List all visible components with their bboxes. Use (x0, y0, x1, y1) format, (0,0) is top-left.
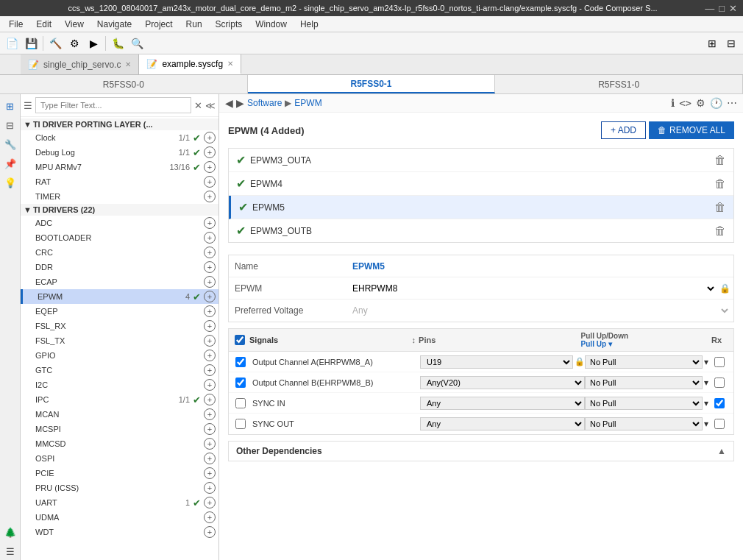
tree-item-epwm[interactable]: EPWM 4 ✔ + (21, 289, 218, 304)
tab-single-chip-servo[interactable]: 📝 single_chip_servo.c ✕ (21, 54, 139, 74)
tree-item-timer[interactable]: TIMER + (21, 189, 218, 204)
menu-project[interactable]: Project (139, 18, 178, 31)
instance-epwm3outb[interactable]: ✔ EPWM3_OUTB 🗑 (229, 219, 733, 242)
tree-item-pcie[interactable]: PCIE + (21, 466, 218, 481)
item-add-ddr[interactable]: + (204, 261, 216, 273)
tree-item-crc[interactable]: CRC + (21, 245, 218, 260)
perspective-button[interactable]: ⊞ (703, 35, 721, 52)
sidebar-icon-home[interactable]: ⊞ (1, 97, 19, 115)
sidebar-icon-pin[interactable]: 📌 (1, 155, 19, 172)
signal-pin-select-syncin[interactable]: Any (420, 397, 585, 410)
maximize-button[interactable]: □ (719, 3, 725, 14)
signal-checkbox-syncin[interactable] (235, 398, 246, 408)
tree-item-mcan[interactable]: MCAN + (21, 407, 218, 422)
remove-all-button[interactable]: 🗑 REMOVE ALL (649, 121, 734, 139)
form-select-voltage[interactable]: Any (349, 305, 730, 316)
tree-item-eqep[interactable]: EQEP + (21, 304, 218, 319)
item-add-ospi[interactable]: + (204, 453, 216, 464)
item-add-i2c[interactable]: + (204, 379, 216, 391)
history-icon[interactable]: 🕐 (710, 97, 722, 109)
info-icon[interactable]: ℹ (671, 97, 675, 109)
menu-view[interactable]: View (59, 18, 90, 31)
item-add-epwm[interactable]: + (204, 291, 216, 302)
instance-delete-epwm5[interactable]: 🗑 (714, 201, 726, 214)
tree-item-adc[interactable]: ADC + (21, 216, 218, 230)
item-add-mpu[interactable]: + (204, 161, 216, 173)
build-button[interactable]: 🔨 (46, 35, 64, 52)
sidebar-icon-tree[interactable]: 🌲 (1, 523, 19, 541)
item-add-debuglog[interactable]: + (204, 146, 216, 158)
instance-delete-epwm3outb[interactable]: 🗑 (714, 224, 726, 238)
signal-pull-select-syncin[interactable]: No Pull (585, 397, 703, 410)
add-button[interactable]: + ADD (601, 121, 646, 139)
tree-item-ipc[interactable]: IPC 1/1 ✔ + (21, 392, 218, 407)
item-add-ipc[interactable]: + (204, 394, 216, 405)
collapse-other-dep-icon[interactable]: ▲ (717, 446, 726, 456)
form-select-epwm[interactable]: EHRPWM8 (349, 283, 717, 294)
filter-clear-icon[interactable]: ✕ (194, 100, 202, 111)
tree-item-uart[interactable]: UART 1 ✔ + (21, 495, 218, 510)
tree-item-ospi[interactable]: OSPI + (21, 451, 218, 466)
item-add-udma[interactable]: + (204, 511, 216, 523)
signal-pull-select-outcha[interactable]: No Pull (585, 355, 703, 369)
sidebar-icon-grid[interactable]: ⊟ (1, 116, 19, 134)
tree-item-gtc[interactable]: GTC + (21, 363, 218, 378)
section-tab-r5fss0-0[interactable]: R5FSS0-0 (0, 75, 248, 93)
item-add-eqep[interactable]: + (204, 305, 216, 317)
section-tab-r5fss0-1[interactable]: R5FSS0-1 (248, 75, 496, 93)
tab-example-syscfg[interactable]: 📝 example.syscfg ✕ (139, 54, 241, 74)
debug-button[interactable]: 🐛 (109, 35, 127, 52)
breadcrumb-epwm[interactable]: EPWM (294, 98, 321, 108)
more-icon[interactable]: ⋯ (727, 97, 737, 109)
view-button[interactable]: ⊟ (722, 35, 740, 52)
instance-delete-epwm3outa[interactable]: 🗑 (714, 154, 726, 167)
tree-item-debuglog[interactable]: Debug Log 1/1 ✔ + (21, 145, 218, 160)
close-button[interactable]: ✕ (729, 3, 737, 14)
signal-rx-checkbox-syncout[interactable] (714, 419, 725, 429)
item-add-clock[interactable]: + (204, 132, 216, 143)
tree-group-header-drivers[interactable]: ▼ TI DRIVERS (22) (21, 204, 218, 216)
item-add-gpio[interactable]: + (204, 350, 216, 361)
tree-item-gpio[interactable]: GPIO + (21, 348, 218, 363)
filter-input[interactable] (35, 97, 191, 113)
item-add-wdt[interactable]: + (204, 526, 216, 538)
item-add-fsl-rx[interactable]: + (204, 320, 216, 332)
instance-delete-epwm4[interactable]: 🗑 (714, 177, 726, 191)
code-icon[interactable]: <> (679, 97, 692, 109)
other-dependencies[interactable]: Other Dependencies ▲ (228, 441, 734, 461)
signal-pin-select-outcha[interactable]: U19 (420, 355, 573, 369)
item-add-mmcsd[interactable]: + (204, 438, 216, 450)
item-add-ecap[interactable]: + (204, 276, 216, 288)
new-button[interactable]: 📄 (3, 35, 21, 52)
signal-checkbox-outchb[interactable] (235, 378, 246, 388)
item-add-gtc[interactable]: + (204, 364, 216, 376)
menu-edit[interactable]: Edit (30, 18, 57, 31)
tree-item-rat[interactable]: RAT + (21, 174, 218, 189)
item-add-uart[interactable]: + (204, 497, 216, 508)
menu-scripts[interactable]: Scripts (210, 18, 249, 31)
signal-pull-select-syncout[interactable]: No Pull (585, 417, 703, 430)
sidebar-icon-list[interactable]: ☰ (1, 542, 19, 560)
signal-checkbox-outcha[interactable] (235, 357, 246, 367)
menu-run[interactable]: Run (180, 18, 208, 31)
item-add-crc[interactable]: + (204, 247, 216, 258)
menu-navigate[interactable]: Navigate (91, 18, 138, 31)
signal-checkbox-syncout[interactable] (235, 419, 246, 429)
tree-item-ecap[interactable]: ECAP + (21, 274, 218, 289)
tree-item-mcspi[interactable]: MCSPI + (21, 422, 218, 436)
tree-item-udma[interactable]: UDMA + (21, 510, 218, 525)
tree-item-clock[interactable]: Clock 1/1 ✔ + (21, 130, 218, 145)
instance-epwm4[interactable]: ✔ EPWM4 🗑 (229, 172, 733, 196)
forward-button[interactable]: ▶ (236, 97, 244, 109)
back-button[interactable]: ◀ (225, 97, 233, 109)
menu-window[interactable]: Window (249, 18, 293, 31)
item-add-mcan[interactable]: + (204, 408, 216, 420)
tree-item-fsl-tx[interactable]: FSL_TX + (21, 333, 218, 348)
instance-epwm3outa[interactable]: ✔ EPWM3_OUTA 🗑 (229, 149, 733, 172)
gear-icon[interactable]: ⚙ (696, 97, 705, 109)
settings-button[interactable]: ⚙ (65, 35, 83, 52)
minimize-button[interactable]: — (705, 3, 714, 14)
tree-item-fsl-rx[interactable]: FSL_RX + (21, 319, 218, 333)
item-add-fsl-tx[interactable]: + (204, 335, 216, 347)
tree-group-header-porting[interactable]: ▼ TI DRIVER PORTING LAYER (... (21, 118, 218, 130)
